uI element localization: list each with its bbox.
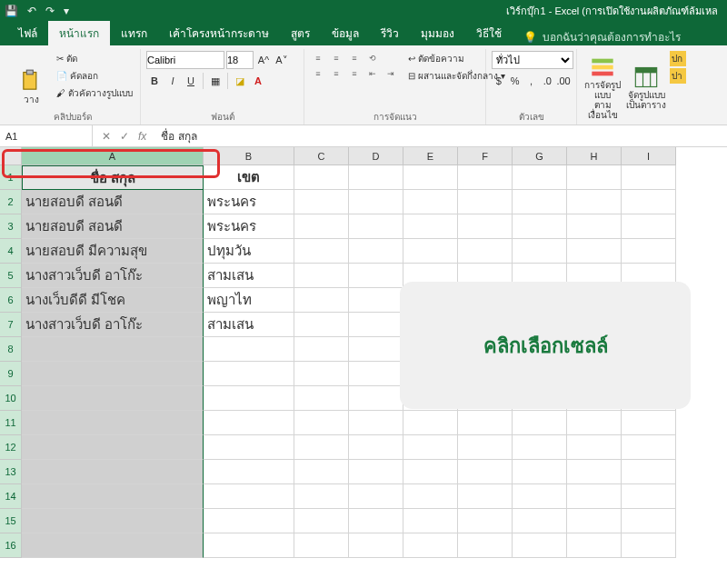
increase-indent-button[interactable]: ⇥: [383, 66, 399, 80]
cell[interactable]: [567, 165, 622, 190]
tab-help[interactable]: วิธีใช้: [465, 21, 513, 45]
cell[interactable]: [403, 214, 458, 239]
cell[interactable]: นายสอบดี มีความสุข: [22, 239, 204, 264]
format-painter-button[interactable]: 🖌ตัวคัดวางรูปแบบ: [55, 85, 134, 101]
qat-dropdown-icon[interactable]: ▾: [64, 5, 69, 17]
cell[interactable]: สามเสน: [204, 264, 294, 288]
cell[interactable]: [22, 509, 204, 533]
cell[interactable]: [622, 214, 676, 239]
cell[interactable]: [567, 239, 622, 264]
tab-home[interactable]: หน้าแรก: [48, 21, 110, 45]
cell[interactable]: นายสอบดี สอนดี: [22, 214, 204, 239]
percent-format-button[interactable]: %: [508, 73, 523, 89]
cell[interactable]: นางเว็บดีดี มีโชค: [22, 288, 204, 313]
align-top-button[interactable]: ≡: [310, 51, 326, 65]
cell[interactable]: [204, 484, 294, 509]
cell[interactable]: [403, 190, 458, 214]
cell[interactable]: [458, 533, 513, 558]
row-header[interactable]: 6: [0, 288, 22, 313]
bold-button[interactable]: B: [146, 73, 163, 89]
row-header[interactable]: 3: [0, 214, 22, 239]
cell[interactable]: [567, 533, 622, 558]
col-header-i[interactable]: I: [622, 147, 676, 165]
cell[interactable]: [403, 411, 458, 435]
cell[interactable]: [294, 214, 349, 239]
cell[interactable]: [567, 214, 622, 239]
cell[interactable]: [22, 460, 204, 484]
cell[interactable]: [349, 165, 403, 190]
cell[interactable]: [349, 435, 403, 460]
cell[interactable]: [513, 239, 567, 264]
cell[interactable]: [458, 484, 513, 509]
cell[interactable]: [622, 533, 676, 558]
font-name-input[interactable]: [146, 51, 224, 69]
cell[interactable]: [349, 264, 403, 288]
cell[interactable]: [403, 533, 458, 558]
cell[interactable]: [567, 190, 622, 214]
col-header-f[interactable]: F: [458, 147, 513, 165]
cell[interactable]: [458, 214, 513, 239]
name-box[interactable]: A1: [0, 125, 93, 146]
cell[interactable]: [204, 435, 294, 460]
cell[interactable]: [294, 239, 349, 264]
col-header-b[interactable]: B: [204, 147, 294, 165]
tab-file[interactable]: ไฟล์: [7, 21, 48, 45]
cell[interactable]: ชื่อ สกุล: [22, 165, 204, 190]
cell[interactable]: [349, 533, 403, 558]
cell[interactable]: [349, 386, 403, 411]
cell[interactable]: [622, 509, 676, 533]
tell-me-search[interactable]: 💡 บอกฉันว่าคุณต้องการทำอะไร: [523, 28, 681, 45]
cell-style-bad[interactable]: ปา: [670, 68, 686, 84]
cell[interactable]: [294, 362, 349, 386]
cell[interactable]: [204, 460, 294, 484]
cell[interactable]: [294, 533, 349, 558]
cell[interactable]: [622, 239, 676, 264]
col-header-c[interactable]: C: [294, 147, 349, 165]
align-middle-button[interactable]: ≡: [328, 51, 344, 65]
cell[interactable]: [204, 362, 294, 386]
cell[interactable]: [294, 509, 349, 533]
enter-formula-icon[interactable]: ✓: [120, 130, 129, 143]
cell[interactable]: [403, 484, 458, 509]
cell[interactable]: พญาไท: [204, 288, 294, 313]
cell[interactable]: [403, 509, 458, 533]
cell[interactable]: [294, 460, 349, 484]
tab-data[interactable]: ข้อมูล: [321, 21, 370, 45]
row-header[interactable]: 7: [0, 313, 22, 337]
cell[interactable]: [458, 411, 513, 435]
tab-formulas[interactable]: สูตร: [280, 21, 321, 45]
tab-review[interactable]: รีวิว: [370, 21, 410, 45]
cell[interactable]: [349, 214, 403, 239]
cell[interactable]: [294, 288, 349, 313]
cell[interactable]: [458, 509, 513, 533]
row-header[interactable]: 2: [0, 190, 22, 214]
cell[interactable]: [349, 362, 403, 386]
cell[interactable]: [513, 460, 567, 484]
align-left-button[interactable]: ≡: [310, 66, 326, 80]
cell[interactable]: [349, 460, 403, 484]
cell[interactable]: พระนคร: [204, 190, 294, 214]
cell[interactable]: [349, 337, 403, 362]
cell[interactable]: [567, 484, 622, 509]
orientation-button[interactable]: ⟲: [364, 51, 381, 65]
cell[interactable]: [22, 411, 204, 435]
cell[interactable]: พระนคร: [204, 214, 294, 239]
format-as-table-button[interactable]: จัดรูปแบบ เป็นตาราง: [626, 51, 666, 123]
cell[interactable]: [513, 484, 567, 509]
select-all-corner[interactable]: [0, 147, 22, 165]
col-header-g[interactable]: G: [513, 147, 567, 165]
cell[interactable]: สามเสน: [204, 313, 294, 337]
underline-button[interactable]: U: [183, 73, 199, 89]
col-header-d[interactable]: D: [349, 147, 403, 165]
col-header-e[interactable]: E: [403, 147, 458, 165]
cell[interactable]: [349, 313, 403, 337]
row-header[interactable]: 12: [0, 435, 22, 460]
cell[interactable]: [513, 533, 567, 558]
cell[interactable]: [349, 239, 403, 264]
decrease-font-button[interactable]: A˅: [274, 52, 290, 68]
conditional-formatting-button[interactable]: การจัดรูปแบบ ตามเงื่อนไข: [583, 51, 622, 123]
cell[interactable]: นางสาวเว็บดี อาโก๊ะ: [22, 264, 204, 288]
cell[interactable]: [294, 337, 349, 362]
row-header[interactable]: 4: [0, 239, 22, 264]
cell[interactable]: [204, 533, 294, 558]
